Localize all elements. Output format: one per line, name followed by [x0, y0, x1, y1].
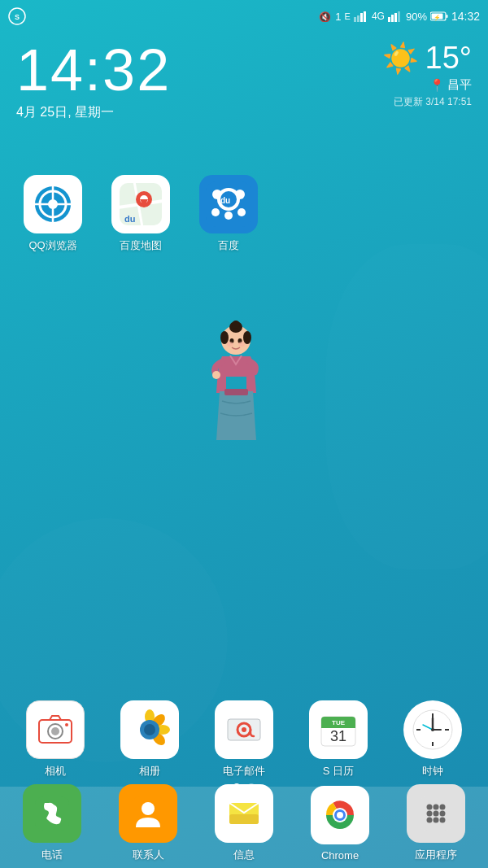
qq-browser-icon — [30, 181, 76, 227]
svg-text:S: S — [15, 13, 20, 21]
svg-point-99 — [440, 811, 446, 817]
clock-icon — [412, 709, 454, 751]
character-figure — [202, 320, 271, 446]
phone-icon — [35, 796, 69, 831]
messages-label: 信息 — [233, 848, 255, 862]
svg-point-40 — [232, 321, 240, 329]
svg-rect-10 — [398, 11, 400, 22]
svg-point-81 — [431, 728, 434, 731]
app-camera[interactable]: 相机 — [19, 700, 92, 779]
signal-bars-2-icon — [388, 11, 403, 22]
email-label: 电子邮件 — [223, 764, 265, 779]
svg-point-61 — [144, 724, 155, 735]
contacts-icon — [131, 796, 165, 831]
svg-text:du: du — [124, 214, 135, 224]
app-baidu[interactable]: du 百度 — [192, 175, 265, 253]
svg-point-101 — [434, 818, 439, 823]
svg-rect-8 — [391, 15, 394, 22]
svg-point-98 — [434, 811, 439, 817]
svg-point-47 — [212, 371, 220, 379]
baidu-maps-label: 百度地图 — [120, 238, 162, 253]
samsung-icon: S — [8, 7, 26, 25]
svg-point-41 — [220, 331, 229, 344]
dock-app-contacts[interactable]: 联系人 — [111, 784, 185, 862]
svg-text:⚡: ⚡ — [434, 14, 441, 21]
weather-updated: 已更新 3/14 17:51 — [382, 95, 472, 109]
carrier-label: 1 — [335, 11, 341, 23]
baidu-maps-icon: du — [118, 181, 163, 227]
baidu-icon: du — [206, 181, 251, 227]
clock-date: 4月 25日, 星期一 — [16, 104, 171, 121]
signal-e: E — [345, 11, 351, 21]
bg-decoration-2 — [325, 244, 488, 569]
svg-rect-3 — [354, 17, 356, 22]
weather-sun-icon: ☀️ — [382, 41, 419, 76]
status-left: S — [8, 7, 26, 25]
svg-point-36 — [224, 212, 233, 220]
svg-rect-48 — [224, 389, 248, 395]
weather-section: ☀️ 15° 📍 昌平 已更新 3/14 17:51 — [382, 41, 472, 109]
svg-point-65 — [242, 727, 246, 732]
weather-top: ☀️ 15° — [382, 41, 472, 76]
app-email[interactable]: 电子邮件 — [207, 700, 281, 779]
svg-rect-87 — [229, 814, 259, 824]
svg-rect-9 — [394, 13, 397, 22]
apps-label: 应用程序 — [415, 848, 457, 862]
contacts-label: 联系人 — [133, 848, 164, 862]
battery-icon: ⚡ — [430, 11, 448, 21]
svg-rect-7 — [388, 17, 390, 22]
svg-rect-4 — [357, 15, 359, 22]
svg-rect-12 — [446, 15, 447, 18]
svg-rect-5 — [360, 13, 363, 22]
time-display: 14:32 — [451, 10, 480, 23]
svg-text:31: 31 — [330, 728, 346, 744]
character-sticker — [199, 317, 272, 447]
svg-point-42 — [243, 331, 251, 344]
svg-text:🔇: 🔇 — [319, 11, 331, 22]
svg-point-52 — [51, 727, 59, 735]
app-scalendar[interactable]: TUE 31 S 日历 — [302, 700, 375, 779]
svg-point-37 — [237, 208, 246, 216]
phone-label: 电话 — [41, 848, 63, 862]
apps-icon — [419, 796, 453, 831]
dock-app-chrome[interactable]: Chrome — [303, 786, 377, 861]
mute-icon: 🔇 — [319, 11, 332, 22]
svg-point-100 — [427, 818, 433, 823]
app-clock[interactable]: 时钟 — [396, 700, 469, 779]
dock-app-apps[interactable]: 应用程序 — [399, 784, 473, 862]
weather-temperature: 15° — [425, 41, 472, 76]
dock: 电话 联系人 信息 — [0, 787, 488, 868]
messages-icon — [227, 796, 261, 831]
gallery-icon — [129, 709, 171, 751]
status-bar: S 🔇 1 E 4G 90% ⚡ 14 — [0, 0, 488, 33]
location-pin-icon: 📍 — [429, 78, 445, 93]
signal-bars-icon — [354, 11, 368, 22]
svg-point-45 — [227, 342, 233, 347]
svg-point-53 — [65, 723, 68, 726]
gallery-label: 相册 — [139, 764, 160, 779]
svg-point-94 — [427, 805, 433, 810]
svg-point-95 — [434, 805, 439, 810]
clock-section: 14:32 4月 25日, 星期一 — [16, 41, 171, 121]
svg-point-35 — [211, 208, 220, 216]
dock-app-phone[interactable]: 电话 — [15, 784, 89, 862]
email-icon — [223, 709, 265, 751]
app-gallery[interactable]: 相册 — [113, 700, 186, 779]
scalendar-label: S 日历 — [323, 764, 354, 779]
qq-browser-label: QQ浏览器 — [28, 238, 76, 253]
middle-apps-row: 相机 相册 — [0, 700, 488, 779]
app-baidu-maps[interactable]: du 百度地图 — [104, 175, 177, 253]
camera-label: 相机 — [45, 764, 66, 779]
chrome-label: Chrome — [321, 849, 359, 861]
clock-label: 时钟 — [422, 764, 443, 779]
dock-app-messages[interactable]: 信息 — [207, 784, 281, 862]
main-clock: 14:32 — [16, 41, 171, 99]
svg-point-46 — [238, 342, 245, 347]
svg-point-102 — [440, 818, 446, 823]
svg-point-96 — [440, 805, 446, 810]
network-label: 4G — [372, 11, 385, 22]
scalendar-icon: TUE 31 — [317, 709, 359, 751]
app-qq-browser[interactable]: QQ浏览器 — [16, 175, 89, 253]
status-right: 🔇 1 E 4G 90% ⚡ 14:32 — [319, 10, 480, 23]
chrome-icon — [323, 798, 357, 832]
